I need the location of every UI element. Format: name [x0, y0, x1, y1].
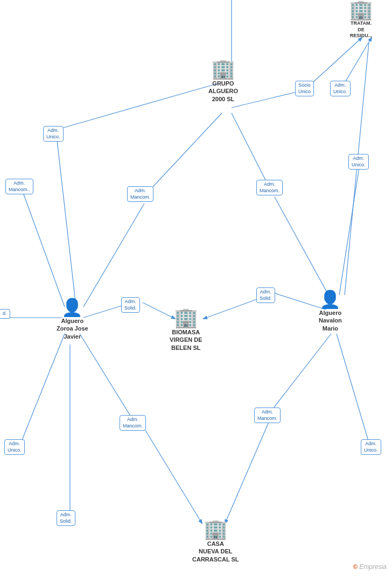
svg-line-19 — [337, 334, 370, 448]
grupo-alguero-label: GRUPO ALGUERO 2000 SL — [208, 80, 238, 103]
svg-line-15 — [269, 334, 331, 413]
biomasa-label: BIOMASAVIRGEN DEBELEN SL — [170, 328, 202, 352]
tratam-label: TRATAM.DERESIDU... — [350, 20, 373, 39]
badge-adm-mancom-4: Adm.Mancom.. — [5, 179, 33, 194]
biomasa-icon: 🏢 — [174, 308, 198, 327]
svg-line-12 — [274, 293, 326, 310]
svg-line-16 — [144, 429, 202, 523]
badge-adm-solid-8: Adm.Solid. — [256, 287, 275, 303]
badge-adm-mancom-5: Adm.Mancom. — [127, 186, 153, 202]
svg-line-9 — [22, 188, 65, 307]
svg-line-13 — [204, 297, 263, 319]
badge-adm-unico-13: Adm.Unico. — [4, 439, 25, 455]
watermark: © Empresia — [353, 563, 387, 571]
badge-socio-unico: SocioÚnico — [295, 81, 314, 96]
svg-line-6 — [275, 197, 328, 295]
badge-adm-unico-2: Adm.Unico. — [330, 81, 351, 96]
svg-line-8 — [339, 164, 360, 295]
svg-line-5 — [232, 113, 270, 189]
zoroa-node: 👤 AlgueroZoroa JoseJavier — [57, 299, 88, 340]
badge-adm-mancom-11: Adm.Mancom. — [120, 415, 146, 431]
svg-line-21 — [62, 83, 218, 128]
badge-adm-unico-12: Adm.Unico. — [361, 439, 381, 455]
navalon-person-icon: 👤 — [319, 291, 341, 308]
badge-adm-unico-3: Adm.Unico. — [43, 126, 64, 142]
svg-line-17 — [225, 421, 269, 523]
svg-line-1 — [312, 38, 362, 83]
biomasa-node: 🏢 BIOMASAVIRGEN DEBELEN SL — [170, 308, 202, 352]
grupo-alguero-icon: 🏢 — [211, 59, 235, 79]
tratam-icon: 🏢 — [349, 0, 373, 19]
casa-nueva-node: 🏢 CASANUEVA DELCARRASCAL SL — [192, 519, 239, 563]
zoroa-label: AlgueroZoroa JoseJavier — [57, 317, 88, 340]
svg-line-2 — [345, 38, 372, 83]
navalon-label: AlgueroNavalonMario — [319, 309, 342, 332]
navalon-node: 👤 AlgueroNavalonMario — [319, 291, 342, 332]
watermark-brand: Empresia — [359, 563, 387, 571]
badge-adm-solid-9: Adm.Solid. — [121, 297, 140, 313]
watermark-copyright: © — [353, 563, 358, 571]
svg-line-7 — [57, 136, 75, 301]
badge-partial-left: d. — [0, 309, 10, 319]
svg-line-3 — [144, 113, 222, 196]
zoroa-person-icon: 👤 — [61, 299, 83, 316]
badge-adm-solid-14: Adm.Solid. — [57, 510, 75, 526]
badge-adm-mancom-10: Adm.Mancom. — [254, 408, 281, 423]
casa-nueva-label: CASANUEVA DELCARRASCAL SL — [192, 540, 239, 563]
svg-line-14 — [80, 334, 134, 421]
svg-line-4 — [83, 203, 144, 307]
casa-nueva-icon: 🏢 — [204, 519, 228, 539]
grupo-alguero-node: 🏢 GRUPO ALGUERO 2000 SL — [208, 59, 238, 103]
tratam-node: 🏢 TRATAM.DERESIDU... — [349, 0, 373, 39]
badge-adm-unico-7: Adm.Unico. — [348, 154, 369, 170]
badge-adm-mancom-6: Adm.Mancom. — [256, 180, 283, 195]
svg-line-18 — [19, 334, 65, 448]
svg-line-0 — [232, 90, 303, 108]
